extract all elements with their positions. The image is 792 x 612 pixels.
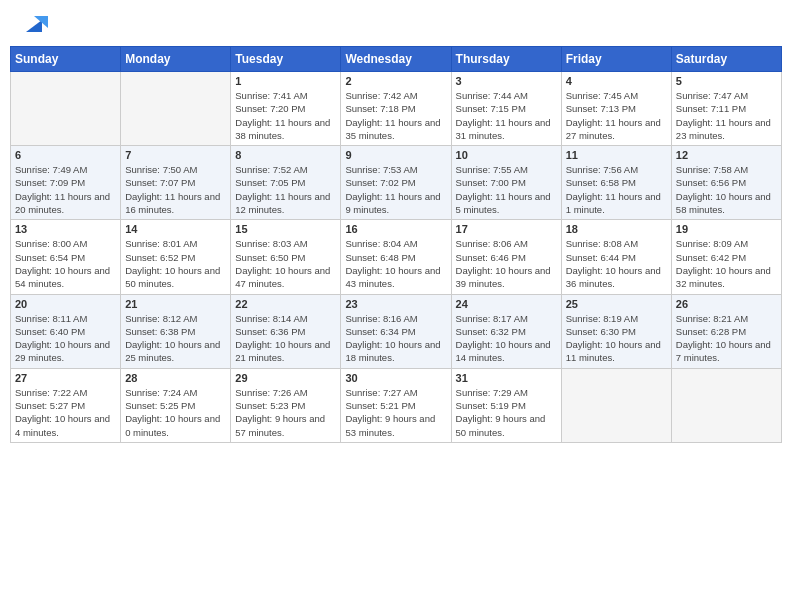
calendar-table: SundayMondayTuesdayWednesdayThursdayFrid… <box>10 46 782 443</box>
calendar-cell: 1Sunrise: 7:41 AM Sunset: 7:20 PM Daylig… <box>231 72 341 146</box>
page-header <box>10 10 782 38</box>
calendar-week-row: 20Sunrise: 8:11 AM Sunset: 6:40 PM Dayli… <box>11 294 782 368</box>
day-number: 16 <box>345 223 446 235</box>
weekday-header: Thursday <box>451 47 561 72</box>
day-number: 30 <box>345 372 446 384</box>
day-info: Sunrise: 8:12 AM Sunset: 6:38 PM Dayligh… <box>125 312 226 365</box>
weekday-header: Wednesday <box>341 47 451 72</box>
day-number: 2 <box>345 75 446 87</box>
day-number: 13 <box>15 223 116 235</box>
calendar-cell <box>121 72 231 146</box>
day-info: Sunrise: 7:49 AM Sunset: 7:09 PM Dayligh… <box>15 163 116 216</box>
day-info: Sunrise: 8:04 AM Sunset: 6:48 PM Dayligh… <box>345 237 446 290</box>
calendar-cell: 9Sunrise: 7:53 AM Sunset: 7:02 PM Daylig… <box>341 146 451 220</box>
day-info: Sunrise: 7:27 AM Sunset: 5:21 PM Dayligh… <box>345 386 446 439</box>
calendar-cell: 20Sunrise: 8:11 AM Sunset: 6:40 PM Dayli… <box>11 294 121 368</box>
day-info: Sunrise: 8:08 AM Sunset: 6:44 PM Dayligh… <box>566 237 667 290</box>
day-number: 21 <box>125 298 226 310</box>
calendar-cell: 19Sunrise: 8:09 AM Sunset: 6:42 PM Dayli… <box>671 220 781 294</box>
calendar-cell: 13Sunrise: 8:00 AM Sunset: 6:54 PM Dayli… <box>11 220 121 294</box>
day-number: 20 <box>15 298 116 310</box>
day-number: 8 <box>235 149 336 161</box>
day-number: 15 <box>235 223 336 235</box>
day-number: 12 <box>676 149 777 161</box>
day-info: Sunrise: 7:22 AM Sunset: 5:27 PM Dayligh… <box>15 386 116 439</box>
calendar-cell: 23Sunrise: 8:16 AM Sunset: 6:34 PM Dayli… <box>341 294 451 368</box>
day-info: Sunrise: 8:09 AM Sunset: 6:42 PM Dayligh… <box>676 237 777 290</box>
calendar-cell: 26Sunrise: 8:21 AM Sunset: 6:28 PM Dayli… <box>671 294 781 368</box>
calendar-cell: 27Sunrise: 7:22 AM Sunset: 5:27 PM Dayli… <box>11 368 121 442</box>
day-info: Sunrise: 8:16 AM Sunset: 6:34 PM Dayligh… <box>345 312 446 365</box>
calendar-cell: 10Sunrise: 7:55 AM Sunset: 7:00 PM Dayli… <box>451 146 561 220</box>
calendar-cell <box>671 368 781 442</box>
day-info: Sunrise: 8:06 AM Sunset: 6:46 PM Dayligh… <box>456 237 557 290</box>
calendar-cell <box>11 72 121 146</box>
day-number: 22 <box>235 298 336 310</box>
calendar-cell: 11Sunrise: 7:56 AM Sunset: 6:58 PM Dayli… <box>561 146 671 220</box>
calendar-week-row: 13Sunrise: 8:00 AM Sunset: 6:54 PM Dayli… <box>11 220 782 294</box>
day-info: Sunrise: 8:01 AM Sunset: 6:52 PM Dayligh… <box>125 237 226 290</box>
calendar-cell: 2Sunrise: 7:42 AM Sunset: 7:18 PM Daylig… <box>341 72 451 146</box>
calendar-header-row: SundayMondayTuesdayWednesdayThursdayFrid… <box>11 47 782 72</box>
calendar-cell: 16Sunrise: 8:04 AM Sunset: 6:48 PM Dayli… <box>341 220 451 294</box>
day-number: 31 <box>456 372 557 384</box>
calendar-cell: 12Sunrise: 7:58 AM Sunset: 6:56 PM Dayli… <box>671 146 781 220</box>
calendar-cell: 24Sunrise: 8:17 AM Sunset: 6:32 PM Dayli… <box>451 294 561 368</box>
svg-marker-0 <box>26 20 42 32</box>
day-number: 1 <box>235 75 336 87</box>
day-number: 19 <box>676 223 777 235</box>
day-info: Sunrise: 8:00 AM Sunset: 6:54 PM Dayligh… <box>15 237 116 290</box>
day-info: Sunrise: 7:55 AM Sunset: 7:00 PM Dayligh… <box>456 163 557 216</box>
calendar-cell: 28Sunrise: 7:24 AM Sunset: 5:25 PM Dayli… <box>121 368 231 442</box>
day-info: Sunrise: 7:52 AM Sunset: 7:05 PM Dayligh… <box>235 163 336 216</box>
day-number: 18 <box>566 223 667 235</box>
day-number: 23 <box>345 298 446 310</box>
weekday-header: Saturday <box>671 47 781 72</box>
day-number: 25 <box>566 298 667 310</box>
day-number: 28 <box>125 372 226 384</box>
day-info: Sunrise: 7:45 AM Sunset: 7:13 PM Dayligh… <box>566 89 667 142</box>
day-info: Sunrise: 7:41 AM Sunset: 7:20 PM Dayligh… <box>235 89 336 142</box>
day-info: Sunrise: 7:24 AM Sunset: 5:25 PM Dayligh… <box>125 386 226 439</box>
day-number: 9 <box>345 149 446 161</box>
calendar-week-row: 6Sunrise: 7:49 AM Sunset: 7:09 PM Daylig… <box>11 146 782 220</box>
weekday-header: Friday <box>561 47 671 72</box>
day-info: Sunrise: 8:21 AM Sunset: 6:28 PM Dayligh… <box>676 312 777 365</box>
day-number: 27 <box>15 372 116 384</box>
calendar-cell: 31Sunrise: 7:29 AM Sunset: 5:19 PM Dayli… <box>451 368 561 442</box>
day-number: 6 <box>15 149 116 161</box>
day-info: Sunrise: 7:53 AM Sunset: 7:02 PM Dayligh… <box>345 163 446 216</box>
calendar-cell: 8Sunrise: 7:52 AM Sunset: 7:05 PM Daylig… <box>231 146 341 220</box>
calendar-cell: 4Sunrise: 7:45 AM Sunset: 7:13 PM Daylig… <box>561 72 671 146</box>
calendar-cell: 25Sunrise: 8:19 AM Sunset: 6:30 PM Dayli… <box>561 294 671 368</box>
day-info: Sunrise: 8:11 AM Sunset: 6:40 PM Dayligh… <box>15 312 116 365</box>
day-number: 10 <box>456 149 557 161</box>
day-info: Sunrise: 8:03 AM Sunset: 6:50 PM Dayligh… <box>235 237 336 290</box>
day-number: 17 <box>456 223 557 235</box>
day-info: Sunrise: 7:42 AM Sunset: 7:18 PM Dayligh… <box>345 89 446 142</box>
calendar-cell: 15Sunrise: 8:03 AM Sunset: 6:50 PM Dayli… <box>231 220 341 294</box>
calendar-cell: 6Sunrise: 7:49 AM Sunset: 7:09 PM Daylig… <box>11 146 121 220</box>
day-info: Sunrise: 8:19 AM Sunset: 6:30 PM Dayligh… <box>566 312 667 365</box>
day-info: Sunrise: 7:56 AM Sunset: 6:58 PM Dayligh… <box>566 163 667 216</box>
day-number: 7 <box>125 149 226 161</box>
day-info: Sunrise: 7:44 AM Sunset: 7:15 PM Dayligh… <box>456 89 557 142</box>
day-info: Sunrise: 7:26 AM Sunset: 5:23 PM Dayligh… <box>235 386 336 439</box>
day-number: 11 <box>566 149 667 161</box>
day-info: Sunrise: 8:17 AM Sunset: 6:32 PM Dayligh… <box>456 312 557 365</box>
calendar-week-row: 27Sunrise: 7:22 AM Sunset: 5:27 PM Dayli… <box>11 368 782 442</box>
day-number: 14 <box>125 223 226 235</box>
day-info: Sunrise: 7:50 AM Sunset: 7:07 PM Dayligh… <box>125 163 226 216</box>
calendar-cell: 5Sunrise: 7:47 AM Sunset: 7:11 PM Daylig… <box>671 72 781 146</box>
day-number: 3 <box>456 75 557 87</box>
logo <box>14 10 48 38</box>
calendar-week-row: 1Sunrise: 7:41 AM Sunset: 7:20 PM Daylig… <box>11 72 782 146</box>
day-info: Sunrise: 7:47 AM Sunset: 7:11 PM Dayligh… <box>676 89 777 142</box>
calendar-cell: 17Sunrise: 8:06 AM Sunset: 6:46 PM Dayli… <box>451 220 561 294</box>
calendar-cell: 30Sunrise: 7:27 AM Sunset: 5:21 PM Dayli… <box>341 368 451 442</box>
calendar-cell: 14Sunrise: 8:01 AM Sunset: 6:52 PM Dayli… <box>121 220 231 294</box>
day-info: Sunrise: 8:14 AM Sunset: 6:36 PM Dayligh… <box>235 312 336 365</box>
day-number: 5 <box>676 75 777 87</box>
logo-icon <box>20 10 48 38</box>
calendar-cell: 29Sunrise: 7:26 AM Sunset: 5:23 PM Dayli… <box>231 368 341 442</box>
